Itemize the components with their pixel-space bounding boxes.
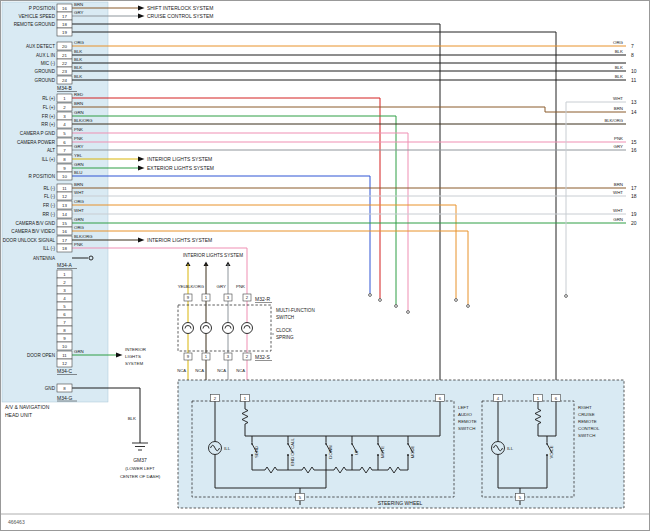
wire-color-label: BRN <box>614 106 623 111</box>
pin-label: GROUND <box>35 78 56 83</box>
wire-color-label: GRN <box>74 110 84 115</box>
connector-label-m34c: M34-C <box>57 368 72 374</box>
pin-number: 18 <box>62 22 67 27</box>
pin-number: 19 <box>62 30 67 35</box>
nca-label: NCA <box>195 368 204 373</box>
ground-location-1: (LOWER LEFT <box>125 466 155 471</box>
wire-color-label: ORG <box>74 225 85 230</box>
pin-number: 20 <box>62 44 67 49</box>
wire-color-label: WHT <box>74 190 84 195</box>
pin-number: 10 <box>62 174 67 179</box>
wire-end-dot <box>395 305 398 308</box>
wire-color-label: GRY <box>614 144 624 149</box>
pin-number: 13 <box>631 99 637 105</box>
pin-label: CAMERA B/V GND <box>15 221 55 226</box>
pin-label: VEHICLE SPEED <box>18 14 55 19</box>
nca-label: NCA <box>236 368 245 373</box>
wire-color-label: GRN <box>74 162 84 167</box>
unused-pins: 1 2 3 4 5 6 7 8 9 10 <box>57 270 72 350</box>
pin-label: ILL (+) <box>42 157 56 162</box>
offpage-label-exterior-lights: EXTERIOR LIGHTS SYSTEM <box>147 165 214 171</box>
wire-color-label: PNK <box>236 284 245 289</box>
pin-label: CAMERA POWER <box>17 140 56 145</box>
button-label-mute: MUTE <box>380 446 385 458</box>
wire-color-label: BLU <box>74 170 83 175</box>
wire-color-label: GRY <box>217 284 227 289</box>
nca-label: NCA <box>217 368 226 373</box>
pin-number: 16 <box>631 147 637 153</box>
pin-number: 16 <box>62 6 67 11</box>
ill-lamp-label: ILL <box>507 446 514 451</box>
button-label-send: SEND <box>254 446 259 458</box>
right-switch-name-2: CRUISE <box>578 412 595 417</box>
wire-color-label: PNK <box>74 127 83 132</box>
pin-label: GROUND <box>35 69 56 74</box>
pin-label: RR (+) <box>41 122 55 127</box>
pin-number: 12 <box>62 361 67 366</box>
wire-end-dot <box>467 305 470 308</box>
wire-color-label: WHT <box>74 208 84 213</box>
pin-label: REMOTE GROUND <box>14 22 56 27</box>
button-label-up: UP <box>354 449 359 455</box>
wire-color-label: GRN <box>613 217 623 222</box>
wiring-diagram-page: 466463 A/V & NAVIGATION HEAD UNIT <box>0 0 650 531</box>
pin-number: 17 <box>62 238 67 243</box>
wire-color-label: BLK/ORG <box>74 234 93 239</box>
wire-color-label: BRN <box>614 182 623 187</box>
interior-lights-system-label: INTERIOR LIGHTS SYSTEM <box>183 253 243 258</box>
pin-label: DOOR OPEN <box>27 353 55 358</box>
steering-wheel-section: STEERING WHEEL LEFT AUDIO REMOTE SWITCH … <box>178 380 624 508</box>
pin-label: GND <box>45 386 56 391</box>
pin-number: 11 <box>62 186 67 191</box>
pin-label: ILL (-) <box>43 246 56 251</box>
wire-color-label: WHT <box>613 96 623 101</box>
pin-label: ANTENNA <box>33 256 56 261</box>
clock-spring-label-2: SPRING <box>276 335 294 340</box>
right-switch-name-3: REMOTE <box>578 419 597 424</box>
connector-label-m34g: M34-G <box>57 395 72 401</box>
offpage-label-interior-lights: INTERIOR LIGHTS SYSTEM <box>147 156 212 162</box>
clock-spring-label-1: CLOCK <box>276 328 293 333</box>
wire-end-dot <box>455 299 458 302</box>
nca-label: NCA <box>177 368 186 373</box>
wire-color-label: YEL <box>74 153 83 158</box>
wire-color-label: RED <box>74 92 83 97</box>
wire-end-dot <box>379 299 382 302</box>
pin-label: FR (+) <box>42 114 56 119</box>
pin-label: AUX L IN <box>36 53 55 58</box>
wire-color-label: BRN <box>74 101 83 106</box>
steering-wheel-label: STEERING WHEEL <box>378 500 423 506</box>
pin-label: FL (+) <box>43 105 56 110</box>
connector-label-m34b: M34-B <box>57 85 72 91</box>
wire-color-label: PNK <box>614 136 623 141</box>
wire-color-label: PNK <box>74 136 83 141</box>
wire-color-label: BLK <box>128 416 136 421</box>
connector-label-m32s: M32-S <box>255 354 270 360</box>
wire-end-dot <box>369 294 372 297</box>
left-switch-name-2: AUDIO <box>458 412 472 417</box>
connector-label-m32r: M32-R <box>255 296 270 302</box>
pin-label: AUX DETECT <box>26 44 55 49</box>
wire-color-label: WHT <box>613 208 623 213</box>
pin-number: 21 <box>62 53 67 58</box>
pin-number: 20 <box>631 220 637 226</box>
left-switch-name-3: REMOTE <box>458 419 477 424</box>
offpage-label-door-open-1: INTERIOR <box>125 347 146 352</box>
figure-number: 466463 <box>8 519 25 525</box>
wire-color-label: BRN <box>74 182 83 187</box>
wire-color-label: BLK <box>615 65 623 70</box>
pin-number: 18 <box>631 193 637 199</box>
multi-function-switch-label-2: SWITCH <box>276 315 294 320</box>
wire-color-label: BLK/ORG <box>185 284 204 289</box>
offpage-label-shift-interlock: SHIFT INTERLOCK SYSTEM <box>147 5 213 11</box>
pin-number: 15 <box>62 221 67 226</box>
right-switch-name-4: CONTROL <box>578 426 600 431</box>
pin-number: 8 <box>631 52 634 58</box>
wire-color-label: BLK <box>615 49 623 54</box>
pin-label: ALT <box>47 148 55 153</box>
pin-number: 24 <box>62 78 67 83</box>
wire-color-label: BLK <box>74 57 82 62</box>
pin-label: CAMERA P GND <box>20 131 56 136</box>
wire-color-label: GRY <box>74 10 84 15</box>
pin-number: 23 <box>62 69 67 74</box>
